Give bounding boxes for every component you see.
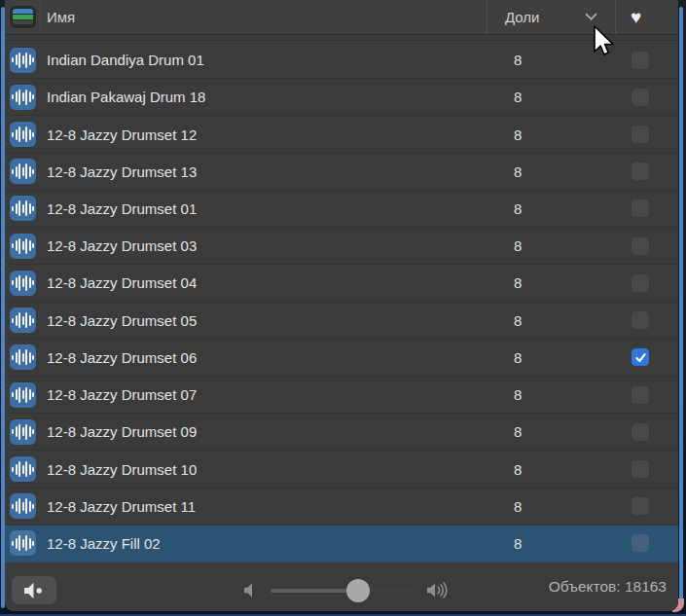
row-icon-cell — [5, 42, 41, 78]
row-beats-cell: 8 — [487, 489, 615, 525]
row-name-cell: 12-8 Jazzy Drumset 05 — [41, 303, 487, 339]
header-icon-cell — [5, 0, 41, 34]
loop-row[interactable]: Indian Dandiya Drum 01 8 — [5, 42, 678, 79]
loop-name: 12-8 Jazzy Drumset 13 — [47, 163, 197, 180]
row-icon-cell — [5, 451, 41, 487]
audio-waveform-icon — [10, 530, 36, 556]
row-beats-cell: 8 — [487, 228, 615, 264]
audition-button[interactable] — [12, 576, 56, 604]
row-favorite-cell — [615, 116, 678, 152]
audio-waveform-icon — [10, 85, 36, 110]
favorite-checkbox[interactable] — [632, 274, 649, 292]
loop-row[interactable]: 12-8 Jazzy Drumset 04 8 — [5, 265, 678, 302]
favorite-checkbox[interactable] — [632, 311, 649, 329]
row-beats-cell: 8 — [487, 451, 615, 487]
volume-slider[interactable] — [271, 589, 415, 593]
row-beats-cell: 8 — [487, 377, 615, 413]
loop-row[interactable]: 12-8 Jazzy Drumset 09 8 — [5, 414, 678, 451]
loop-name: 12-8 Jazzy Drumset 11 — [47, 498, 196, 515]
loop-row[interactable]: 12-8 Jazzy Drumset 07 8 — [5, 377, 678, 414]
loop-list: Indian Dandiya Drum 01 8 Indian Pakawaj … — [5, 42, 678, 562]
loop-beats: 8 — [487, 498, 522, 515]
row-name-cell: 12-8 Jazzy Drumset 06 — [41, 340, 487, 376]
loop-name: 12-8 Jazzy Drumset 07 — [47, 386, 197, 403]
loop-name: 12-8 Jazzy Drumset 09 — [47, 423, 197, 440]
sort-chevron-down-icon[interactable] — [585, 8, 597, 20]
row-icon-cell — [5, 116, 41, 152]
audio-waveform-icon — [10, 48, 36, 73]
loop-beats: 8 — [487, 349, 522, 366]
loop-beats: 8 — [487, 127, 522, 143]
favorite-checkbox[interactable] — [632, 89, 649, 106]
loop-row[interactable]: 12-8 Jazzy Fill 02 8 — [5, 525, 678, 562]
loop-row[interactable]: 12-8 Jazzy Drumset 03 8 — [5, 228, 678, 265]
loop-beats: 8 — [487, 386, 522, 403]
loop-row[interactable]: Indian Pakawaj Drum 18 8 — [5, 79, 678, 116]
favorite-checkbox[interactable] — [632, 126, 649, 143]
row-name-cell: 12-8 Jazzy Drumset 10 — [41, 451, 487, 487]
favorite-checkbox[interactable] — [632, 497, 649, 515]
row-beats-cell: 8 — [487, 154, 615, 190]
checkmark-icon — [634, 351, 647, 364]
row-icon-cell — [5, 377, 41, 413]
beats-column-label: Доли — [505, 9, 539, 25]
loop-name: 12-8 Jazzy Drumset 06 — [47, 349, 197, 366]
name-column-label: Имя — [47, 9, 75, 25]
row-favorite-cell — [615, 79, 678, 115]
audio-waveform-icon — [10, 493, 36, 519]
audio-waveform-icon — [10, 419, 36, 445]
favorite-checkbox[interactable] — [632, 534, 649, 552]
favorite-checkbox[interactable] — [632, 199, 649, 217]
row-name-cell: 12-8 Jazzy Drumset 07 — [41, 377, 487, 413]
loop-row[interactable]: 12-8 Jazzy Drumset 11 8 — [5, 489, 678, 525]
loop-row[interactable]: 12-8 Jazzy Drumset 10 8 — [5, 451, 678, 488]
loop-name: 12-8 Jazzy Drumset 04 — [47, 274, 197, 291]
loop-beats: 8 — [487, 312, 522, 329]
volume-fill — [271, 589, 358, 593]
row-icon-cell — [5, 340, 41, 376]
loop-beats: 8 — [487, 535, 522, 552]
row-favorite-cell — [615, 42, 678, 78]
stripe-blue — [13, 9, 33, 14]
loop-name: 12-8 Jazzy Drumset 03 — [47, 237, 197, 254]
favorite-checkbox[interactable] — [632, 52, 649, 69]
row-name-cell: Indian Dandiya Drum 01 — [41, 42, 487, 78]
row-beats-cell: 8 — [487, 265, 615, 301]
favorite-checkbox[interactable] — [632, 348, 649, 366]
loop-row[interactable]: 12-8 Jazzy Drumset 12 8 — [5, 116, 678, 153]
row-beats-cell: 8 — [487, 42, 615, 78]
favorite-checkbox[interactable] — [632, 423, 649, 441]
row-name-cell: 12-8 Jazzy Drumset 01 — [41, 191, 487, 227]
row-icon-cell — [5, 265, 41, 301]
row-beats-cell: 8 — [487, 116, 615, 152]
loop-beats: 8 — [487, 461, 522, 478]
row-favorite-cell — [615, 191, 678, 227]
column-header-beats[interactable]: Доли — [487, 0, 615, 34]
audio-waveform-icon — [10, 271, 36, 296]
volume-control — [243, 576, 451, 604]
column-header-name[interactable]: Имя — [41, 0, 487, 34]
loop-beats: 8 — [487, 52, 522, 68]
loop-row[interactable]: 12-8 Jazzy Drumset 13 8 — [5, 154, 678, 191]
loop-row[interactable]: 12-8 Jazzy Drumset 01 8 — [5, 191, 678, 228]
row-name-cell: Indian Pakawaj Drum 18 — [41, 79, 487, 115]
loop-beats: 8 — [487, 274, 522, 291]
row-name-cell: 12-8 Jazzy Drumset 03 — [41, 228, 487, 264]
audio-waveform-icon — [10, 159, 36, 184]
audio-waveform-icon — [10, 234, 36, 259]
loop-row[interactable]: 12-8 Jazzy Drumset 06 8 — [5, 340, 678, 377]
row-name-cell: 12-8 Jazzy Drumset 13 — [41, 154, 487, 190]
loop-name: 12-8 Jazzy Drumset 10 — [47, 461, 197, 478]
favorite-checkbox[interactable] — [632, 460, 649, 478]
row-beats-cell: 8 — [487, 414, 615, 450]
loop-row[interactable]: 12-8 Jazzy Drumset 05 8 — [5, 303, 678, 340]
favorite-checkbox[interactable] — [632, 163, 649, 180]
row-beats-cell: 8 — [487, 79, 615, 115]
favorite-checkbox[interactable] — [632, 237, 649, 255]
favorite-checkbox[interactable] — [632, 386, 649, 404]
volume-thumb[interactable] — [346, 579, 370, 602]
loop-beats: 8 — [487, 237, 522, 254]
loop-view-toggle-button[interactable] — [10, 6, 36, 28]
loop-name: Indian Pakawaj Drum 18 — [47, 89, 205, 105]
column-header-favorites[interactable]: ♥ — [615, 0, 678, 34]
